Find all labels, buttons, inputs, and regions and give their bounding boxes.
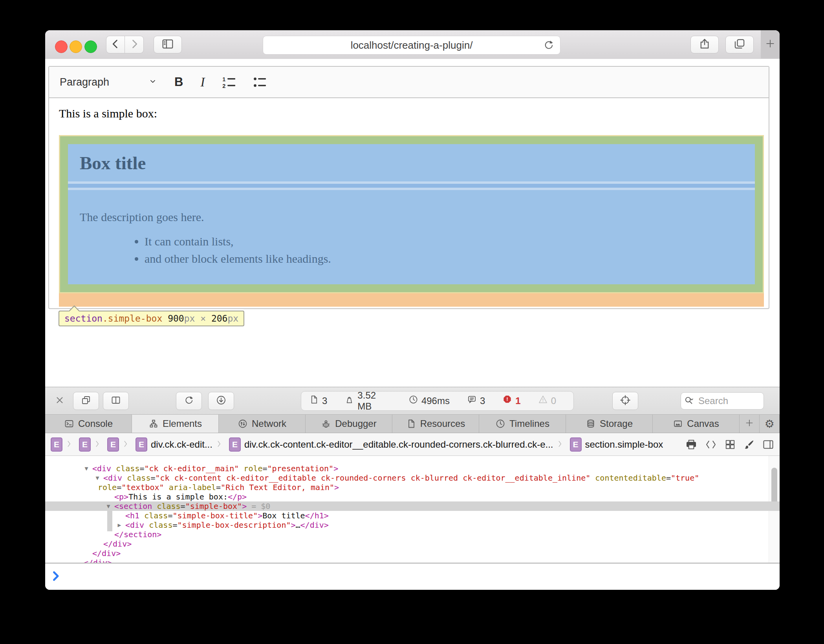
weight-icon	[344, 395, 354, 407]
breadcrumb-item[interactable]: E	[51, 437, 62, 452]
dom-tree-row[interactable]: ▼<div class="ck ck-editor__main" role="p…	[45, 464, 780, 473]
tooltip-tag: section	[64, 313, 103, 324]
disclosure-open-icon[interactable]: ▼	[93, 473, 102, 483]
sidebar-toggle-button[interactable]	[154, 36, 182, 53]
disclosure-closed-icon[interactable]: ▶	[115, 520, 124, 530]
numbered-list-button[interactable]: 12	[222, 75, 235, 90]
tab-overview-button[interactable]	[725, 36, 754, 53]
close-window-button[interactable]	[55, 40, 68, 53]
grid-overlay-icon[interactable]	[725, 439, 736, 450]
paintbrush-icon[interactable]	[743, 439, 754, 450]
tab-storage[interactable]: Storage	[566, 415, 653, 433]
italic-button[interactable]: I	[200, 75, 205, 90]
badge-clock[interactable]: 496ms	[408, 395, 450, 407]
tab-canvas[interactable]: Canvas	[653, 415, 740, 433]
simple-box-highlight: Box title The description goes here. It …	[59, 135, 764, 293]
chevron-right-icon	[216, 440, 225, 449]
chevron-down-icon	[148, 77, 157, 87]
dom-tree-row[interactable]: role="textbox" aria-label="Rich Text Edi…	[45, 483, 780, 492]
badge-error[interactable]: !1	[502, 395, 520, 407]
add-tab-button[interactable]	[740, 415, 760, 433]
dom-tree-row[interactable]: ▼<section class="simple-box"> = $0	[45, 501, 780, 511]
download-webarchive-button[interactable]	[208, 392, 234, 410]
breadcrumb-actions	[685, 433, 774, 456]
element-icon: E	[107, 437, 119, 452]
tab-timelines[interactable]: Timelines	[479, 415, 566, 433]
close-inspector-button[interactable]	[51, 392, 68, 410]
badge-file[interactable]: 3	[309, 395, 327, 407]
disclosure-open-icon[interactable]: ▼	[104, 501, 113, 511]
simple-box-title: Box title	[80, 152, 146, 174]
dom-tree-row[interactable]: </section>	[45, 530, 780, 539]
breadcrumb-item[interactable]: E	[79, 437, 91, 452]
breadcrumb-item[interactable]: Ediv.ck.ck-edit...	[136, 437, 212, 452]
dom-tree-row[interactable]: ▶<div class="simple-box-description">…</…	[45, 520, 780, 530]
storage-icon	[586, 419, 596, 429]
dom-tree-row[interactable]: </div>	[45, 549, 780, 558]
description-text: The description goes here.	[80, 210, 755, 224]
zoom-window-button[interactable]	[84, 40, 97, 53]
numbered-list-icon: 12	[222, 75, 235, 90]
minimize-window-button[interactable]	[70, 40, 82, 53]
margin-highlight-band	[59, 293, 764, 307]
forward-button[interactable]	[125, 36, 144, 53]
print-styles-icon[interactable]	[685, 439, 697, 450]
rich-text-editor: Paragraph B I 12 This is a simple box: B…	[48, 66, 769, 309]
badge-weight[interactable]: 3.52 MB	[344, 390, 391, 412]
resource-stats: 33.52 MB496ms3!1!0	[301, 391, 574, 411]
svg-text:!: !	[542, 398, 544, 402]
dom-tree-row[interactable]: <p>This is a simple box:</p>	[45, 492, 780, 501]
share-button[interactable]	[690, 36, 719, 53]
dom-tree-row[interactable]: <h1 class="simple-box-title">Box title</…	[45, 511, 780, 520]
address-bar[interactable]: localhost/creating-a-plugin/	[263, 36, 560, 55]
breadcrumb-item[interactable]: Ediv.ck.ck-content.ck-editor__editable.c…	[229, 437, 553, 452]
console-chevron-icon	[51, 571, 62, 583]
inspector-tab-bar: ConsoleElementsNetworkDebuggerResourcesT…	[45, 415, 780, 433]
new-tab-button[interactable]	[761, 30, 780, 59]
tab-elements[interactable]: Elements	[132, 415, 219, 433]
back-button[interactable]	[106, 36, 125, 53]
details-sidebar-icon[interactable]	[762, 439, 774, 450]
dock-side-button[interactable]	[103, 392, 129, 410]
crosshair-icon	[620, 395, 631, 407]
debugger-icon	[321, 419, 331, 429]
tab-resources[interactable]: Resources	[392, 415, 479, 433]
tooltip-height: 206	[211, 313, 228, 324]
dom-tree-row[interactable]: ▼<div class="ck ck-content ck-editor__ed…	[45, 473, 780, 483]
dom-tree[interactable]: ▼<div class="ck ck-editor__main" role="p…	[45, 456, 780, 563]
paragraph-dropdown[interactable]: Paragraph	[60, 76, 157, 88]
element-picker-button[interactable]	[612, 392, 638, 410]
svg-text:1: 1	[223, 76, 226, 82]
settings-tab-button[interactable]: ⚙	[760, 415, 780, 433]
bold-button[interactable]: B	[174, 75, 183, 89]
timelines-icon	[495, 419, 505, 429]
dom-tree-row[interactable]: </div>	[45, 558, 780, 563]
reload-icon[interactable]	[543, 39, 555, 53]
badge-bubble[interactable]: 3	[467, 395, 485, 407]
console-prompt[interactable]	[45, 563, 780, 590]
dom-tree-row[interactable]: </div>	[45, 539, 780, 549]
badge-label: 0	[551, 395, 556, 406]
split-view-icon	[111, 395, 121, 406]
inspector-toolbar: 33.52 MB496ms3!1!0	[45, 387, 780, 415]
reload-icon	[184, 395, 194, 406]
breadcrumb-item[interactable]: E	[107, 437, 119, 452]
error-icon: !	[502, 395, 512, 407]
tab-debugger[interactable]: Debugger	[306, 415, 392, 433]
editor-editable-area[interactable]: This is a simple box: Box title The desc…	[49, 98, 769, 309]
reload-page-button[interactable]	[176, 392, 202, 410]
simple-box-title-band: Box title	[68, 144, 755, 181]
breadcrumb-item[interactable]: Esection.simple-box	[570, 437, 663, 452]
bulleted-list-button[interactable]	[253, 75, 266, 90]
badge-warning[interactable]: !0	[538, 395, 556, 407]
share-icon	[698, 38, 711, 51]
disclosure-open-icon[interactable]: ▼	[82, 464, 91, 473]
undock-button[interactable]	[73, 392, 99, 410]
search-icon	[684, 395, 695, 408]
tab-console[interactable]: Console	[45, 415, 132, 433]
url-text: localhost/creating-a-plugin/	[351, 39, 473, 51]
chevron-right-icon	[128, 38, 140, 51]
tab-network[interactable]: Network	[219, 415, 306, 433]
source-code-icon[interactable]	[705, 439, 717, 450]
tab-label: Storage	[600, 418, 633, 429]
